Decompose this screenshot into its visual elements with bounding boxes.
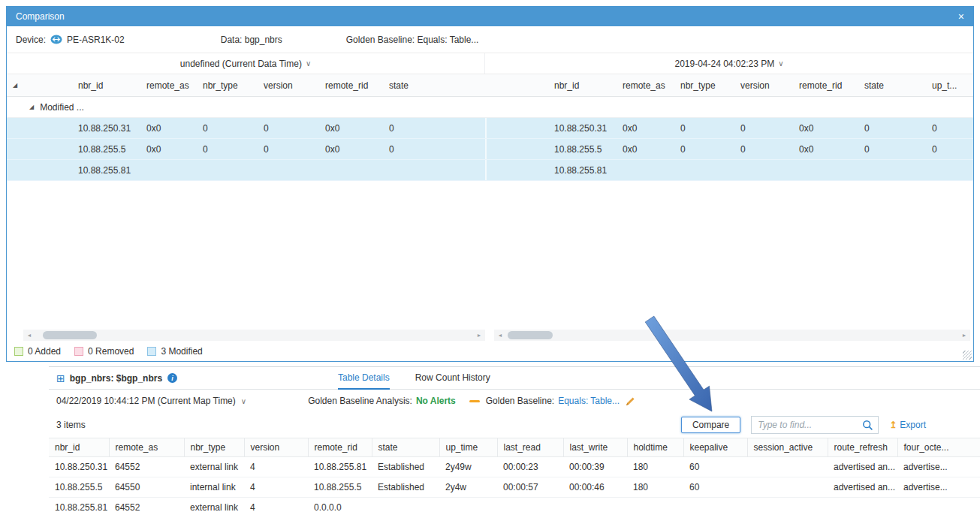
right-time-selector[interactable]: 2019-04-24 04:02:23 PM ∨ [485,53,973,74]
legend-removed: 0 Removed [74,346,134,357]
scrollbar-thumb[interactable] [43,331,97,339]
cell: 4 [244,477,308,498]
column-header[interactable]: holdtime [627,438,683,457]
left-horizontal-scrollbar[interactable]: ◄ ► [23,330,485,341]
left-time-selector[interactable]: undefined (Current Data Time) ∨ [7,53,485,74]
search-box [751,416,879,434]
column-header[interactable]: remote_rid [308,438,372,457]
column-header[interactable]: route_refresh [828,438,897,457]
collapse-icon[interactable]: ◢ [29,104,34,110]
scrollbar-thumb[interactable] [508,331,553,339]
column-header[interactable]: state [858,80,926,91]
scroll-left-icon[interactable]: ◄ [494,330,506,341]
panel-actions-row: 3 items Compare ↥ Export [49,412,980,438]
cell: advertise... [897,477,980,498]
removed-color-swatch [74,347,83,356]
column-header[interactable]: nbr_id [72,80,140,91]
golden-baseline-label: Golden Baseline: Equals: Table... [346,35,479,45]
column-header[interactable]: remote_rid [319,80,383,91]
column-header[interactable]: nbr_id [49,438,109,457]
column-header[interactable]: last_write [563,438,627,457]
column-header[interactable]: remote_rid [793,80,858,91]
column-header[interactable]: nbr_type [184,438,244,457]
group-row-modified[interactable]: ◢ Modified ... [7,97,973,118]
export-button[interactable]: ↥ Export [889,420,926,430]
comparison-row[interactable]: 10.88.255.5 0x0 0 0 0x0 0 10.88.255.5 0x… [7,139,973,160]
column-header[interactable]: nbr_type [674,80,734,91]
scroll-left-icon[interactable]: ◄ [23,330,35,341]
cell: 0x0 [319,123,383,134]
tab-row-count-history[interactable]: Row Count History [415,367,490,390]
scroll-right-icon[interactable]: ► [473,330,485,341]
cell: 0 [258,123,319,134]
cell: 60 [683,477,747,498]
cell: 10.88.255.5 [72,144,140,155]
table-row[interactable]: 10.88.250.31 64552 external link 4 10.88… [49,457,980,477]
dialog-info-row: Device: PE-ASR1K-02 Data: bgp_nbrs Golde… [7,26,973,53]
table-row[interactable]: 10.88.255.81 64552 external link 4 0.0.0… [49,498,980,512]
info-icon[interactable]: i [167,373,177,383]
cell: 0 [674,144,734,155]
column-header[interactable]: last_read [497,438,563,457]
column-header[interactable]: nbr_id [548,80,617,91]
cell: 10.88.255.5 [308,477,372,498]
scrollbar-track[interactable] [35,330,473,341]
resize-handle[interactable] [963,351,972,360]
search-input[interactable] [756,419,862,431]
baseline-dash-icon [469,400,480,402]
baseline-link[interactable]: Equals: Table... [558,396,620,406]
cell: 00:00:46 [563,477,627,498]
data-label: Data: bgp_nbrs [221,35,282,45]
tab-table-details[interactable]: Table Details [338,367,390,390]
baseline-label: Golden Baseline: [486,396,554,406]
column-header[interactable]: up_time [439,438,497,457]
column-header[interactable]: remote_as [140,80,197,91]
cell: 00:00:39 [563,457,627,477]
comparison-row[interactable]: 10.88.250.31 0x0 0 0 0x0 0 10.88.250.31 … [7,118,973,139]
export-icon: ↥ [889,420,897,430]
cell: 0 [197,144,258,155]
compare-button[interactable]: Compare [681,417,740,433]
right-horizontal-scrollbar[interactable]: ◄ ► [494,330,970,341]
cell [828,498,897,512]
cell [747,498,828,512]
table-row[interactable]: 10.88.255.5 64550 internal link 4 10.88.… [49,477,980,498]
close-icon[interactable]: × [958,11,964,22]
analysis-label: Golden Baseline Analysis: [308,396,412,406]
dialog-titlebar[interactable]: Comparison × [7,7,973,26]
cell: 10.88.255.5 [49,477,109,498]
scroll-right-icon[interactable]: ► [958,330,970,341]
search-icon[interactable] [862,420,873,431]
column-header[interactable]: state [383,80,485,91]
column-header[interactable]: version [244,438,308,457]
column-header[interactable]: nbr_type [197,80,258,91]
map-time-selector[interactable]: 04/22/2019 10:44:12 PM (Current Map Time… [56,396,246,406]
cell: 10.88.255.81 [72,165,140,176]
cell [897,498,980,512]
column-header[interactable]: up_t... [926,80,973,91]
column-header[interactable]: version [258,80,319,91]
cell [683,498,747,512]
cell [563,498,627,512]
column-header[interactable]: remote_as [109,438,184,457]
cell: 00:00:57 [497,477,563,498]
cell: advertised an... [828,477,897,498]
column-header[interactable]: keepalive [683,438,747,457]
comparison-dialog: Comparison × Device: PE-ASR1K-02 Data: b… [6,6,974,362]
comparison-row[interactable]: 10.88.255.81 10.88.255.81 [7,160,973,181]
table-details-panel: ⊞ bgp_nbrs: $bgp_nbrs i Table Details Ro… [49,366,980,512]
column-header[interactable]: session_active [747,438,828,457]
edit-pencil-icon[interactable] [626,396,635,406]
column-header[interactable]: remote_as [617,80,674,91]
scrollbar-track[interactable] [506,330,958,341]
cell [497,498,563,512]
collapse-all-icon[interactable]: ◢ [7,82,23,89]
cell: 0x0 [617,123,674,134]
cell: 0 [734,144,793,155]
column-header[interactable]: state [372,438,439,457]
cell: external link [184,498,244,512]
cell: 10.88.255.81 [49,498,109,512]
column-header[interactable]: version [734,80,793,91]
cell: 0 [674,123,734,134]
column-header[interactable]: four_octe... [897,438,980,457]
